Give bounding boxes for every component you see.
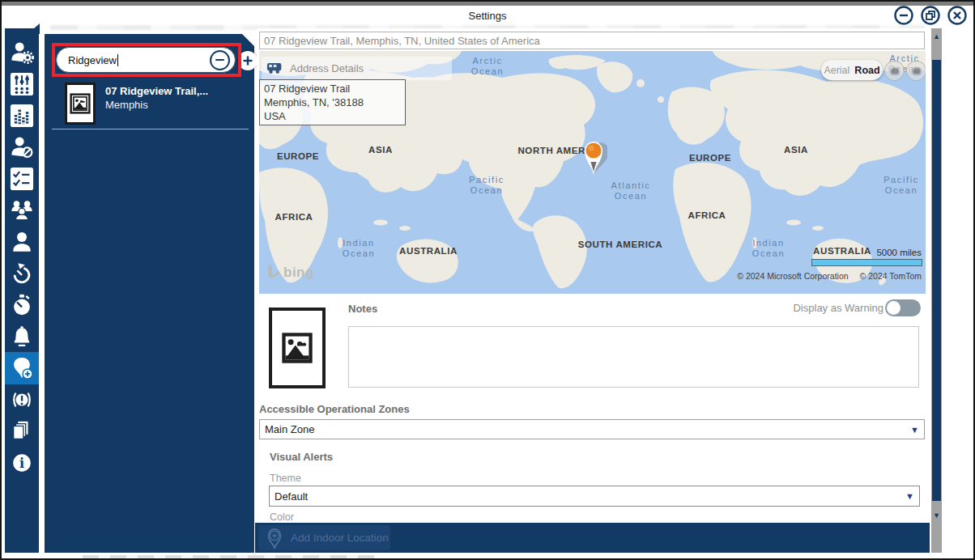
- sidebar-item-user-disabled[interactable]: [5, 134, 39, 160]
- bus-icon: [266, 62, 284, 75]
- bing-icon: [267, 265, 280, 281]
- sidebar-item-sliders[interactable]: [5, 71, 39, 97]
- map-type-switch: Aerial Road: [821, 60, 883, 80]
- documents-icon: [10, 419, 34, 443]
- map-copyright: © 2024 Microsoft Corporation © 2024 TomT…: [737, 271, 922, 281]
- locations-list-panel: Ridgeview 07 Ridgevi: [45, 34, 254, 553]
- bing-logo: bing: [267, 265, 314, 281]
- map-locate-button[interactable]: [884, 61, 905, 81]
- window-title: Settings: [2, 10, 973, 22]
- address-line: USA: [264, 109, 401, 123]
- checklist-icon: [10, 167, 34, 191]
- background-window-remnant-bottom: [83, 555, 374, 558]
- copyright-tomtom: © 2024 TomTom: [860, 271, 922, 281]
- location-pin-add-icon: [10, 356, 34, 380]
- scrollbar-thumb[interactable]: [932, 60, 941, 501]
- display-as-warning-toggle[interactable]: [885, 299, 921, 316]
- sidebar-item-documents[interactable]: [5, 418, 39, 444]
- address-line: Memphis, TN, '38188: [264, 95, 401, 109]
- text-caret: [117, 54, 119, 66]
- sidebar-item-stopwatch[interactable]: [5, 292, 39, 318]
- notes-textarea[interactable]: [348, 326, 919, 388]
- address-details-box: 07 Ridgeview Trail Memphis, TN, '38188 U…: [259, 79, 406, 125]
- location-subtitle: Memphis: [105, 99, 148, 111]
- sidebar-item-user-settings[interactable]: [5, 40, 39, 66]
- scroll-down-arrow[interactable]: ▼: [931, 509, 942, 522]
- indoor-pin-add-icon: [266, 528, 283, 549]
- user-icon: [10, 230, 34, 254]
- address-input[interactable]: [259, 32, 925, 49]
- sidebar-item-alerts[interactable]: [5, 387, 39, 413]
- sidebar-item-notifications[interactable]: [5, 324, 39, 350]
- sidebar-item-resident[interactable]: [5, 229, 39, 255]
- zones-label: Accessible Operational Zones: [259, 403, 410, 415]
- notes-label: Notes: [348, 303, 377, 315]
- vertical-scrollbar[interactable]: ▲ ▼: [931, 28, 942, 553]
- address-details-label: Address Details: [290, 62, 364, 74]
- user-blocked-icon: [10, 135, 34, 159]
- sidebar-item-checklist[interactable]: [5, 166, 39, 192]
- list-divider: [52, 129, 249, 129]
- bell-icon: [10, 325, 34, 349]
- chevron-down-icon: ▼: [910, 425, 919, 435]
- sidebar-item-about[interactable]: i: [5, 450, 39, 476]
- map-scale-bar: [811, 259, 922, 266]
- add-location-button[interactable]: [238, 51, 258, 70]
- chevron-down-icon: ▼: [905, 491, 914, 501]
- address-details-button[interactable]: Address Details: [262, 57, 452, 80]
- window-controls: [894, 6, 967, 25]
- sliders-icon: [10, 72, 34, 96]
- map[interactable]: Arctic Ocean Arctic Ocean EUROPE ASIA NO…: [259, 51, 926, 294]
- map-scale-text: 5000 miles: [876, 248, 922, 257]
- restore-button[interactable]: [921, 6, 940, 25]
- sidebar-item-activity-levels[interactable]: [5, 103, 39, 129]
- user-settings-icon: [10, 40, 34, 65]
- clear-search-button[interactable]: [210, 50, 230, 70]
- theme-dropdown[interactable]: Default ▼: [269, 486, 920, 507]
- aerial-button[interactable]: Aerial: [824, 65, 849, 76]
- address-line: 07 Ridgeview Trail: [264, 82, 401, 95]
- window-top-border: [2, 2, 973, 6]
- close-button[interactable]: [947, 6, 967, 25]
- theme-value: Default: [275, 490, 308, 503]
- info-icon: i: [10, 451, 34, 475]
- image-placeholder-icon: [279, 329, 316, 367]
- plus-icon: [242, 55, 253, 66]
- add-indoor-location-button[interactable]: Add Indoor Location: [258, 525, 390, 550]
- location-title: 07 Ridgeview Trail,...: [105, 85, 208, 97]
- location-list-item[interactable]: 07 Ridgeview Trail,... Memphis: [52, 81, 249, 129]
- sidebar: i: [5, 28, 39, 553]
- svg-text:i: i: [19, 456, 24, 471]
- add-indoor-location-label: Add Indoor Location: [291, 532, 389, 544]
- scroll-up-arrow[interactable]: ▲: [931, 30, 942, 43]
- location-image-placeholder[interactable]: [269, 308, 326, 388]
- location-thumbnail: [65, 83, 96, 125]
- color-label: Color: [270, 511, 294, 523]
- timer-icon: [10, 261, 34, 286]
- road-button[interactable]: Road: [854, 65, 879, 76]
- alert-icon: [10, 388, 34, 412]
- user-group-icon: [10, 198, 34, 223]
- sidebar-item-schedule-timer[interactable]: [5, 261, 39, 286]
- map-zoom-button[interactable]: [906, 61, 926, 81]
- stopwatch-icon: [10, 293, 34, 317]
- zones-dropdown[interactable]: Main Zone ▼: [259, 419, 925, 439]
- theme-label: Theme: [270, 473, 301, 484]
- panel-corner-fold: [242, 34, 254, 46]
- settings-window: Settings: [0, 0, 975, 560]
- equalizer-icon: [10, 104, 34, 128]
- search-input[interactable]: Ridgeview: [56, 47, 236, 73]
- zones-value: Main Zone: [265, 423, 314, 435]
- map-pin[interactable]: [580, 138, 607, 176]
- display-as-warning-label: Display as Warning: [793, 302, 883, 314]
- location-details-pane: Arctic Ocean Arctic Ocean EUROPE ASIA NO…: [257, 28, 930, 553]
- sidebar-item-care-team[interactable]: [5, 197, 39, 223]
- search-value: Ridgeview: [68, 54, 117, 66]
- sidebar-item-locations[interactable]: [5, 352, 39, 384]
- copyright-microsoft: © 2024 Microsoft Corporation: [737, 271, 848, 281]
- visual-alerts-label: Visual Alerts: [270, 451, 333, 463]
- image-placeholder-icon: [70, 93, 91, 114]
- bottom-bar: Add Indoor Location: [255, 523, 930, 553]
- minimize-button[interactable]: [894, 6, 913, 25]
- bing-label: bing: [283, 265, 314, 281]
